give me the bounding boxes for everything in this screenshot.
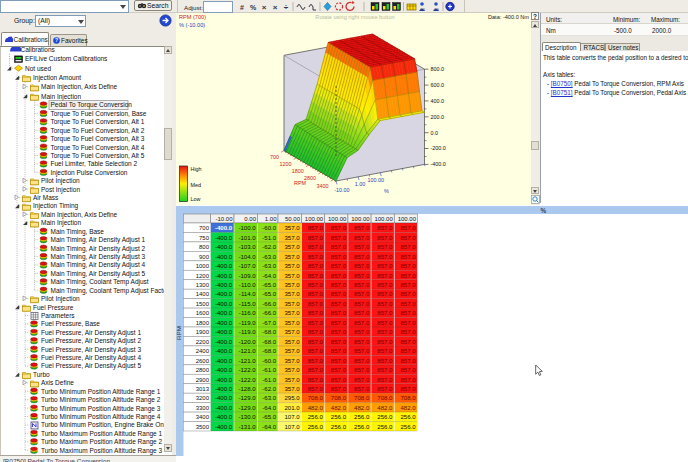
svg-text:708.0: 708.0 — [354, 394, 370, 401]
svg-text:708.0: 708.0 — [308, 394, 324, 401]
svg-text:482.0: 482.0 — [331, 404, 347, 411]
svg-text:857.0: 857.0 — [308, 253, 324, 260]
svg-text:857.0: 857.0 — [331, 385, 347, 392]
svg-text:857.0: 857.0 — [400, 253, 416, 260]
svg-text:-103.0: -103.0 — [238, 243, 256, 250]
svg-text:857.0: 857.0 — [354, 338, 370, 345]
svg-text:857.0: 857.0 — [400, 272, 416, 279]
svg-text:Turbo Minimum Position Altitud: Turbo Minimum Position Altitude Range 1 — [41, 388, 161, 396]
svg-text:-400.0: -400.0 — [215, 309, 233, 316]
svg-text:-67.0: -67.0 — [262, 319, 277, 326]
svg-text:RPM: RPM — [176, 326, 182, 340]
svg-text:857.0: 857.0 — [354, 328, 370, 335]
svg-text:100.00: 100.00 — [305, 216, 324, 222]
svg-text:857.0: 857.0 — [377, 309, 393, 316]
svg-text:857.0: 857.0 — [400, 366, 416, 373]
svg-text:857.0: 857.0 — [331, 224, 347, 231]
svg-text:482.0: 482.0 — [354, 404, 370, 411]
svg-text:Main Timing, Air Density Adjus: Main Timing, Air Density Adjust 2 — [51, 245, 146, 253]
svg-text:-107.0: -107.0 — [238, 262, 256, 269]
svg-text:Fuel Pressure, Base: Fuel Pressure, Base — [41, 320, 100, 327]
svg-text:-400.0: -400.0 — [215, 272, 233, 279]
svg-text:-64.0: -64.0 — [262, 404, 277, 411]
svg-text:Low: Low — [191, 196, 201, 202]
svg-text:857.0: 857.0 — [331, 234, 347, 241]
svg-text:Injection Pulse Conversion: Injection Pulse Conversion — [51, 169, 128, 177]
svg-text:-400.0: -400.0 — [215, 224, 233, 231]
svg-text:357.0: 357.0 — [284, 262, 300, 269]
svg-text:857.0: 857.0 — [308, 376, 324, 383]
svg-text:-122.0: -122.0 — [238, 376, 256, 383]
svg-text:Med: Med — [191, 182, 202, 188]
svg-text:-64.0: -64.0 — [262, 272, 277, 279]
svg-text:357.0: 357.0 — [284, 328, 300, 335]
svg-text:750: 750 — [199, 235, 210, 241]
svg-text:857.0: 857.0 — [377, 385, 393, 392]
svg-text:-10.00: -10.00 — [215, 216, 233, 222]
svg-text:857.0: 857.0 — [354, 234, 370, 241]
svg-text:Turbo Maximum Position Altitud: Turbo Maximum Position Altitude Range 3 — [41, 447, 163, 455]
svg-text:Pilot Injection: Pilot Injection — [41, 177, 80, 185]
svg-text:-110.0: -110.0 — [239, 281, 256, 288]
svg-text:-65.0: -65.0 — [262, 281, 277, 288]
svg-text:-62.0: -62.0 — [262, 385, 277, 392]
svg-text:-400.0: -400.0 — [215, 281, 233, 288]
svg-text:-119.0: -119.0 — [239, 328, 256, 335]
svg-text:EFILive Custom Calibrations: EFILive Custom Calibrations — [25, 55, 108, 62]
svg-text:857.0: 857.0 — [331, 309, 347, 316]
svg-text:Main Injection, Axis Define: Main Injection, Axis Define — [41, 211, 118, 219]
svg-text:100.00: 100.00 — [368, 177, 385, 183]
svg-text:-130.0: -130.0 — [238, 413, 256, 420]
svg-text:857.0: 857.0 — [308, 347, 324, 354]
svg-text:1800: 1800 — [196, 320, 210, 326]
svg-text:357.0: 357.0 — [284, 366, 300, 373]
svg-text:1600: 1600 — [196, 310, 210, 316]
svg-text:857.0: 857.0 — [400, 319, 416, 326]
svg-text:2400: 2400 — [196, 348, 210, 354]
svg-text:857.0: 857.0 — [331, 328, 347, 335]
svg-text:857.0: 857.0 — [377, 338, 393, 345]
svg-text:857.0: 857.0 — [308, 385, 324, 392]
svg-text:857.0: 857.0 — [308, 357, 324, 364]
svg-text:357.0: 357.0 — [284, 385, 300, 392]
svg-text:-400.0: -400.0 — [215, 413, 233, 420]
svg-text:-60.0: -60.0 — [262, 224, 277, 231]
svg-text:-68.0: -68.0 — [262, 347, 277, 354]
svg-text:-131.0: -131.0 — [238, 423, 256, 430]
svg-text:357.0: 357.0 — [284, 319, 300, 326]
svg-text:×: × — [262, 3, 267, 12]
svg-text:1200: 1200 — [196, 273, 210, 279]
svg-text:857.0: 857.0 — [331, 300, 347, 307]
svg-text:857.0: 857.0 — [354, 224, 370, 231]
svg-text:857.0: 857.0 — [377, 253, 393, 260]
svg-text:Fuel Pressure, Air Density Adj: Fuel Pressure, Air Density Adjust 1 — [41, 329, 141, 337]
svg-text:400.0: 400.0 — [431, 98, 445, 104]
svg-text:857.0: 857.0 — [308, 366, 324, 373]
svg-text:Air Mass: Air Mass — [33, 194, 59, 201]
svg-text:857.0: 857.0 — [354, 319, 370, 326]
svg-text:÷: ÷ — [284, 3, 289, 12]
svg-text:1800: 1800 — [292, 168, 304, 174]
svg-text:857.0: 857.0 — [377, 243, 393, 250]
svg-text:High: High — [191, 166, 202, 172]
svg-text:857.0: 857.0 — [377, 366, 393, 373]
svg-text:Main Timing, Coolant Temp Adju: Main Timing, Coolant Temp Adjust — [51, 278, 149, 286]
svg-text:857.0: 857.0 — [308, 300, 324, 307]
svg-text:857.0: 857.0 — [308, 262, 324, 269]
svg-text:-129.0: -129.0 — [238, 394, 256, 401]
svg-text:357.0: 357.0 — [284, 290, 300, 297]
svg-text:857.0: 857.0 — [400, 262, 416, 269]
svg-text:256.0: 256.0 — [308, 413, 324, 420]
svg-text:Pedal To Torque Conversion: Pedal To Torque Conversion — [51, 101, 133, 109]
svg-text:107.0: 107.0 — [284, 423, 300, 430]
svg-text:857.0: 857.0 — [377, 376, 393, 383]
svg-text:-400.0: -400.0 — [215, 234, 233, 241]
svg-text:-100.0: -100.0 — [238, 224, 256, 231]
svg-text:857.0: 857.0 — [331, 338, 347, 345]
svg-text:-101.0: -101.0 — [238, 234, 256, 241]
svg-text:Main Injection: Main Injection — [41, 93, 81, 101]
svg-text:-400.0: -400.0 — [215, 347, 233, 354]
svg-text:857.0: 857.0 — [308, 309, 324, 316]
svg-text:-66.0: -66.0 — [262, 309, 277, 316]
svg-text:2900: 2900 — [196, 377, 210, 383]
